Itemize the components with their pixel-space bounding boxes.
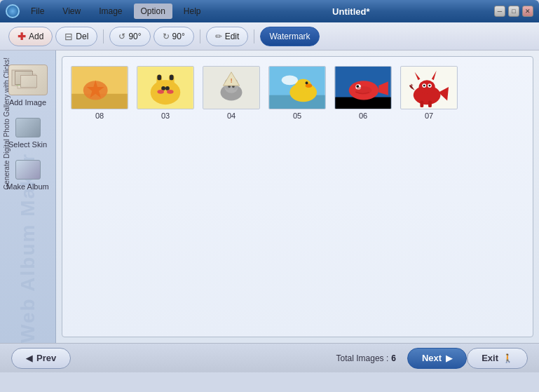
bottom-right: Exit 🚶 [467, 348, 528, 369]
svg-rect-0 [12, 70, 32, 86]
image-thumb-05 [268, 66, 326, 109]
svg-point-44 [418, 80, 435, 93]
svg-point-16 [165, 86, 170, 90]
next-label: Next [422, 353, 442, 363]
add-button[interactable]: ✚ Add [8, 27, 53, 46]
svg-rect-53 [428, 100, 432, 107]
total-images-display: Total Images : 6 [336, 353, 396, 363]
image-label-05: 05 [293, 111, 301, 120]
svg-point-50 [429, 85, 431, 87]
image-label-03: 03 [161, 111, 170, 120]
select-skin-label: Select Skin [8, 140, 47, 149]
app-logo-icon [6, 4, 20, 18]
rotate-cw-label: 90° [172, 32, 185, 41]
menu-file[interactable]: File [24, 4, 51, 19]
image-cell-05[interactable]: 05 [266, 62, 329, 123]
image-thumb-04: ! [203, 66, 260, 109]
edit-button[interactable]: ✏ Edit [206, 27, 249, 46]
image-label-07: 07 [425, 111, 433, 120]
image-thumb-07 [400, 66, 458, 109]
svg-rect-52 [420, 100, 423, 107]
image-cell-06[interactable]: 06 [332, 62, 395, 123]
next-arrow-icon: ▶ [446, 353, 452, 363]
main-layout: Web Album Maker Generate Digital Photo G… [0, 50, 539, 343]
svg-text:!: ! [231, 76, 233, 84]
bottom-left: ◀ Prev [11, 348, 71, 369]
sidebar-select-skin[interactable]: Select Skin [8, 112, 47, 154]
del-label: Del [76, 32, 88, 41]
edit-icon: ✏ [215, 32, 222, 41]
plus-icon: ✚ [18, 31, 26, 42]
image-label-06: 06 [359, 111, 367, 120]
watermark-label: Watermark [269, 32, 310, 41]
svg-rect-14 [170, 75, 174, 81]
exit-label: Exit [482, 353, 498, 363]
total-label: Total Images : [336, 353, 389, 363]
sidebar: Web Album Maker Generate Digital Photo G… [0, 50, 56, 343]
exit-icon: 🚶 [503, 353, 513, 363]
image-cell-04[interactable]: ! 04 [200, 62, 263, 123]
menu-image[interactable]: Image [92, 4, 129, 19]
menu-option[interactable]: Option [134, 4, 172, 19]
svg-point-15 [161, 86, 165, 90]
image-grid-container[interactable]: 08 [62, 56, 533, 337]
svg-marker-3 [16, 79, 34, 86]
skin-icon [15, 118, 41, 137]
image-cell-08[interactable]: 08 [68, 62, 131, 123]
edit-label: Edit [225, 32, 240, 41]
toolbar-divider2 [200, 29, 200, 43]
image-label-08: 08 [95, 111, 104, 120]
svg-point-49 [423, 85, 425, 87]
svg-rect-1 [18, 74, 36, 88]
minimize-button[interactable]: ─ [494, 6, 505, 17]
make-album-label: Make Album [6, 182, 49, 191]
maximize-button[interactable]: □ [508, 6, 519, 17]
add-image-label: Add Image [9, 98, 46, 107]
window-title: Untitled* [208, 6, 494, 17]
title-bar-controls: ─ □ ✕ [494, 6, 533, 17]
rotate-ccw-label: 90° [128, 32, 141, 41]
del-icon: ⊟ [64, 31, 73, 42]
image-thumb-03 [137, 66, 194, 109]
toolbar: ✚ Add ⊟ Del ↺ 90° ↻ 90° ✏ Edit Watermark [0, 22, 539, 50]
menu-help[interactable]: Help [177, 4, 208, 19]
next-button[interactable]: Next ▶ [407, 348, 467, 369]
menu-view[interactable]: View [55, 4, 88, 19]
exit-button[interactable]: Exit 🚶 [467, 348, 528, 369]
title-bar-left: File View Image Option Help [6, 4, 208, 19]
album-icon [15, 160, 41, 180]
svg-point-17 [157, 90, 164, 94]
svg-point-41 [355, 86, 371, 95]
title-bar: File View Image Option Help Untitled* ─ … [0, 0, 539, 22]
prev-arrow-icon: ◀ [26, 353, 32, 363]
rotate-ccw-icon: ↺ [118, 32, 125, 41]
svg-point-2 [21, 76, 25, 80]
svg-point-34 [282, 76, 298, 86]
toolbar-divider [103, 29, 104, 43]
total-count: 6 [391, 353, 396, 363]
bottom-center: Next ▶ [407, 348, 467, 369]
svg-rect-13 [157, 75, 161, 81]
svg-point-18 [167, 90, 174, 94]
image-thumb-06 [334, 66, 392, 109]
prev-label: Prev [36, 353, 56, 363]
svg-point-33 [306, 81, 308, 84]
close-button[interactable]: ✕ [522, 6, 533, 17]
prev-button[interactable]: ◀ Prev [11, 348, 71, 369]
sidebar-make-album[interactable]: Make Album [6, 154, 49, 196]
rotate-ccw-button[interactable]: ↺ 90° [109, 27, 150, 46]
add-label: Add [29, 32, 43, 41]
bottom-bar: ◀ Prev Total Images : 6 Next ▶ Exit 🚶 [0, 343, 539, 372]
rotate-cw-button[interactable]: ↻ 90° [153, 27, 194, 46]
image-thumb-08 [71, 66, 128, 109]
sidebar-add-image[interactable]: Add Image [3, 59, 53, 112]
content-area: 08 [56, 50, 539, 343]
add-image-icon [8, 65, 48, 95]
image-cell-03[interactable]: 03 [134, 62, 197, 123]
image-grid: 08 [62, 57, 533, 129]
del-button[interactable]: ⊟ Del [55, 27, 97, 46]
sidebar-content: Add Image Select Skin Make Album [3, 59, 53, 334]
watermark-button[interactable]: Watermark [260, 27, 319, 46]
rotate-cw-icon: ↻ [163, 32, 170, 41]
image-cell-07[interactable]: 07 [397, 62, 460, 123]
